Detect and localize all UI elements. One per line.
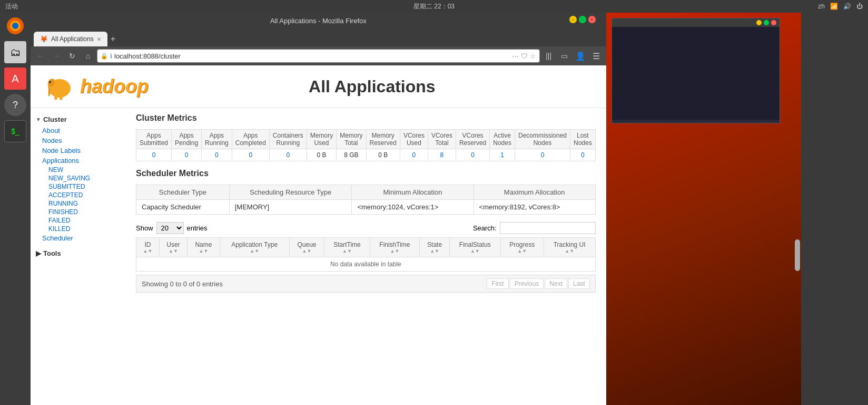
tab-close-button[interactable]: ✕ <box>97 36 101 42</box>
apps-col-name[interactable]: Name ▲▼ <box>188 238 220 257</box>
entries-select[interactable]: 20 50 100 <box>156 222 184 234</box>
sidebar-state-running[interactable]: RUNNING <box>48 199 131 208</box>
sidebar-nodes-link[interactable]: Nodes <box>42 136 131 146</box>
apps-col-user[interactable]: User ▲▼ <box>159 238 187 257</box>
sidebar-state-accepted[interactable]: ACCEPTED <box>48 191 131 199</box>
sidebar-state-new-saving[interactable]: NEW_SAVING <box>48 174 131 182</box>
col-apps-submitted: AppsSubmitted <box>136 130 172 149</box>
apps-col-state[interactable]: State ▲▼ <box>420 238 450 257</box>
sidebar-links: About Nodes Node Labels Applications NEW… <box>36 126 131 243</box>
val-memory-used: 0 B <box>307 149 336 161</box>
top-bar-activity[interactable]: 活动 <box>5 2 18 11</box>
profile-icon[interactable]: 👤 <box>574 49 587 63</box>
taskbar-icon-files[interactable]: 🗂 <box>4 41 26 63</box>
bookmarks-icon[interactable]: ||| <box>542 49 556 63</box>
apps-col-finalstatus[interactable]: FinalStatus ▲▼ <box>449 238 500 257</box>
search-input[interactable] <box>500 222 596 234</box>
col-active-nodes: ActiveNodes <box>490 130 515 149</box>
col-vcores-total: VCoresTotal <box>428 130 456 149</box>
sidebar-cluster-header[interactable]: ▼ Cluster <box>36 113 131 126</box>
taskbar-icon-apps[interactable]: A <box>4 68 26 90</box>
sidebar-app-states: NEW NEW_SAVING SUBMITTED ACCEPTED RUNNIN… <box>42 166 131 233</box>
sidebar-state-new[interactable]: NEW <box>48 166 131 174</box>
pagination-first[interactable]: First <box>487 278 508 289</box>
sched-col-min-allocation: Minimum Allocation <box>352 185 474 200</box>
taskbar: 🗂 A ? $_ <box>0 13 31 405</box>
second-window-min[interactable] <box>756 20 762 25</box>
home-button[interactable]: ⌂ <box>81 49 95 63</box>
sidebar-node-labels-link[interactable]: Node Labels <box>42 146 131 156</box>
browser-window: All Applications - Mozilla Firefox – □ ×… <box>31 13 606 405</box>
browser-title: All Applications - Mozilla Firefox <box>270 17 367 25</box>
apps-col-id[interactable]: ID ▲▼ <box>136 238 160 257</box>
sidebar-state-submitted[interactable]: SUBMITTED <box>48 182 131 191</box>
val-memory-reserved: 0 B <box>366 149 400 161</box>
val-scheduler-type: Capacity Scheduler <box>136 200 230 215</box>
pagination-previous[interactable]: Previous <box>510 278 544 289</box>
reload-button[interactable]: ↻ <box>65 49 79 63</box>
synced-tabs-icon[interactable]: ▭ <box>558 49 571 63</box>
sidebar-about-link[interactable]: About <box>42 126 131 136</box>
hadoop-elephant-logo <box>41 71 78 102</box>
search-box: Search: <box>473 222 596 234</box>
browser-menu-button[interactable]: ☰ <box>589 49 603 63</box>
showing-info: Showing 0 to 0 of 0 entries First Previo… <box>136 275 596 293</box>
scrollbar-thumb[interactable] <box>795 239 800 271</box>
address-bar-shield-icon: 🛡 <box>521 52 528 60</box>
sched-col-max-allocation: Maximum Allocation <box>474 185 595 200</box>
sidebar-state-finished[interactable]: FINISHED <box>48 208 131 216</box>
forward-button[interactable]: → <box>50 49 63 63</box>
sidebar-state-failed[interactable]: FAILED <box>48 216 131 225</box>
apps-col-progress[interactable]: Progress ▲▼ <box>500 238 544 257</box>
val-active-nodes[interactable]: 1 <box>490 149 515 161</box>
new-tab-button[interactable]: + <box>107 32 119 46</box>
scheduler-metrics-row: Capacity Scheduler [MEMORY] <memory:1024… <box>136 200 596 215</box>
tab-bar: 🦊 All Applications ✕ + <box>31 28 606 46</box>
second-window-titlebar <box>612 18 780 27</box>
address-bar[interactable] <box>114 52 510 60</box>
taskbar-icon-terminal[interactable]: $_ <box>4 120 26 142</box>
apps-col-queue[interactable]: Queue ▲▼ <box>289 238 324 257</box>
tools-arrow-icon: ▶ <box>36 249 41 257</box>
svg-rect-6 <box>54 94 57 100</box>
tab-favicon: 🦊 <box>40 35 48 43</box>
lang-indicator: zh <box>818 3 825 10</box>
sidebar-state-killed[interactable]: KILLED <box>48 225 131 233</box>
window-maximize[interactable]: □ <box>579 16 586 23</box>
address-bar-bookmark-icon[interactable]: ☆ <box>530 52 536 60</box>
back-button[interactable]: ← <box>34 49 47 63</box>
val-lost-nodes[interactable]: 0 <box>570 149 596 161</box>
window-minimize[interactable]: – <box>569 16 577 23</box>
applications-table: ID ▲▼ User ▲▼ Name ▲▼ Application Type ▲… <box>136 237 596 272</box>
content-area: Cluster Metrics AppsSubmitted AppsPendin… <box>131 113 601 293</box>
val-apps-running: 0 <box>202 149 232 161</box>
sidebar-tools-header[interactable]: ▶ Tools <box>36 247 131 259</box>
browser-tab-applications[interactable]: 🦊 All Applications ✕ <box>34 32 107 46</box>
pagination-next[interactable]: Next <box>545 278 567 289</box>
val-decommissioned-nodes[interactable]: 0 <box>515 149 570 161</box>
top-bar-time: 星期二 22：03 <box>413 2 455 11</box>
apps-col-finishtime[interactable]: FinishTime ▲▼ <box>370 238 420 257</box>
cluster-metrics-title: Cluster Metrics <box>136 113 596 125</box>
col-memory-total: MemoryTotal <box>337 130 366 149</box>
col-apps-pending: AppsPending <box>172 130 202 149</box>
tab-label: All Applications <box>51 35 94 43</box>
sched-col-resource-type: Scheduling Resource Type <box>229 185 352 200</box>
pagination-last[interactable]: Last <box>568 278 590 289</box>
sidebar-scheduler-link[interactable]: Scheduler <box>42 233 131 243</box>
taskbar-icon-firefox[interactable] <box>4 15 26 37</box>
sidebar-applications-link[interactable]: Applications <box>42 156 131 166</box>
second-window-close[interactable] <box>771 20 776 25</box>
cluster-arrow-icon: ▼ <box>36 117 41 122</box>
val-apps-pending: 0 <box>172 149 202 161</box>
apps-col-type[interactable]: Application Type ▲▼ <box>220 238 289 257</box>
apps-col-starttime[interactable]: StartTime ▲▼ <box>324 238 370 257</box>
apps-col-tracking-ui[interactable]: Tracking UI ▲▼ <box>544 238 595 257</box>
window-close[interactable]: × <box>588 16 596 23</box>
val-min-allocation: <memory:1024, vCores:1> <box>352 200 474 215</box>
lock-icon: 🔒 <box>101 53 108 60</box>
address-bar-menu-icon[interactable]: ⋯ <box>512 52 519 60</box>
taskbar-icon-help[interactable]: ? <box>4 94 26 116</box>
no-data-message: No data available in table <box>136 257 596 272</box>
second-window-max[interactable] <box>764 20 769 25</box>
